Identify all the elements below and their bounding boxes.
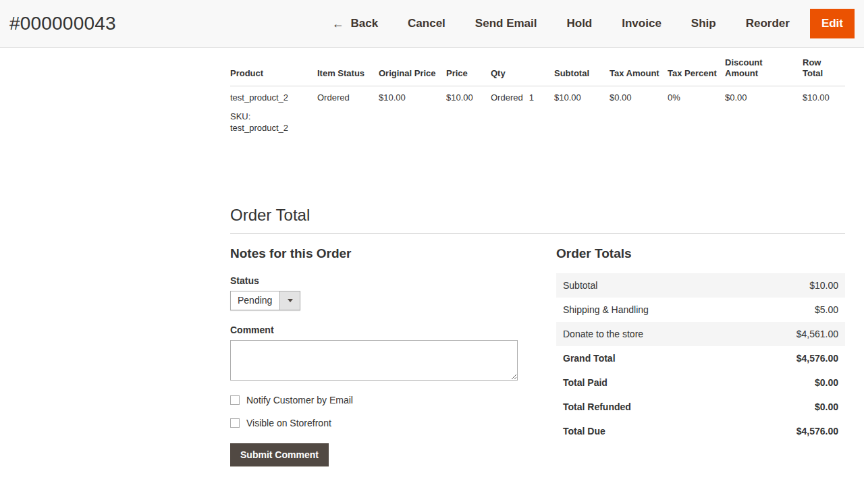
- item-subtotal-cell: $10.00: [554, 86, 610, 134]
- order-content: Product Item Status Original Price Price…: [0, 48, 864, 466]
- column-header-price: Price: [446, 57, 491, 86]
- order-totals-heading: Order Totals: [556, 246, 845, 261]
- column-header-product: Product: [230, 57, 317, 86]
- edit-button[interactable]: Edit: [810, 9, 855, 38]
- item-product-cell: test_product_2 SKU: test_product_2: [230, 86, 317, 134]
- totals-label: Donate to the store: [556, 322, 741, 346]
- totals-label: Total Due: [556, 419, 741, 443]
- order-totals-table: Subtotal $10.00 Shipping & Handling $5.0…: [556, 273, 845, 443]
- totals-label: Grand Total: [556, 346, 741, 370]
- totals-row-donate: Donate to the store $4,561.00: [556, 322, 845, 346]
- hold-button[interactable]: Hold: [566, 17, 592, 30]
- column-header-tax-percent: Tax Percent: [668, 57, 725, 86]
- totals-value: $10.00: [741, 273, 845, 298]
- column-header-row-total: Row Total: [803, 57, 845, 86]
- caret-down-icon: [288, 299, 293, 302]
- totals-label: Subtotal: [556, 273, 741, 298]
- totals-row-total-refunded: Total Refunded $0.00: [556, 395, 845, 419]
- column-header-discount-amount: Discount Amount: [725, 57, 803, 86]
- totals-row-total-due: Total Due $4,576.00: [556, 419, 845, 443]
- back-arrow-icon: ←: [331, 18, 344, 30]
- page-title: #000000043: [9, 13, 116, 34]
- order-items-table: Product Item Status Original Price Price…: [230, 57, 845, 134]
- order-notes-panel: Notes for this Order Status Pending Comm…: [230, 240, 518, 466]
- column-header-subtotal: Subtotal: [554, 57, 610, 86]
- item-tax-amount-cell: $0.00: [610, 86, 668, 134]
- invoice-button[interactable]: Invoice: [622, 17, 662, 30]
- notify-customer-checkbox[interactable]: [230, 395, 240, 405]
- visible-storefront-label[interactable]: Visible on Storefront: [246, 418, 331, 428]
- notify-customer-label[interactable]: Notify Customer by Email: [246, 395, 353, 405]
- totals-value: $4,576.00: [741, 419, 845, 443]
- item-status-cell: Ordered: [317, 86, 379, 134]
- order-total-heading: Order Total: [230, 206, 845, 234]
- reorder-button[interactable]: Reorder: [746, 17, 790, 30]
- product-name: test_product_2: [230, 92, 312, 104]
- item-tax-percent-cell: 0%: [668, 86, 725, 134]
- item-price-cell: $10.00: [446, 86, 491, 134]
- back-button[interactable]: ← Back: [331, 17, 378, 30]
- status-select-value: Pending: [231, 291, 279, 310]
- totals-value: $4,576.00: [741, 346, 845, 370]
- totals-label: Total Paid: [556, 370, 741, 395]
- item-row-total-cell: $10.00: [803, 86, 845, 134]
- cancel-button[interactable]: Cancel: [408, 17, 446, 30]
- order-page-header: #000000043 ← Back Cancel Send Email Hold…: [0, 0, 864, 48]
- status-label: Status: [230, 275, 518, 286]
- items-table-header-row: Product Item Status Original Price Price…: [230, 57, 845, 86]
- item-qty-cell: Ordered1: [491, 86, 554, 134]
- item-discount-cell: $0.00: [725, 86, 803, 134]
- submit-comment-button[interactable]: Submit Comment: [230, 443, 329, 466]
- column-header-original-price: Original Price: [379, 57, 446, 86]
- header-action-bar: ← Back Cancel Send Email Hold Invoice Sh…: [331, 9, 855, 38]
- column-header-qty: Qty: [491, 57, 554, 86]
- status-select-arrow-button[interactable]: [279, 291, 300, 310]
- totals-value: $5.00: [741, 298, 845, 322]
- back-button-label: Back: [350, 17, 378, 30]
- send-email-button[interactable]: Send Email: [475, 17, 537, 30]
- sku-label: SKU:: [230, 111, 312, 123]
- totals-value: $0.00: [741, 395, 845, 419]
- totals-label: Shipping & Handling: [556, 298, 741, 322]
- notify-customer-row: Notify Customer by Email: [230, 395, 518, 405]
- totals-row-grand-total: Grand Total $4,576.00: [556, 346, 845, 370]
- sku-value: test_product_2: [230, 123, 312, 134]
- totals-row-shipping: Shipping & Handling $5.00: [556, 298, 845, 322]
- column-header-tax-amount: Tax Amount: [610, 57, 668, 86]
- item-row: test_product_2 SKU: test_product_2 Order…: [230, 86, 845, 134]
- totals-value: $4,561.00: [741, 322, 845, 346]
- totals-value: $0.00: [741, 370, 845, 395]
- totals-row-total-paid: Total Paid $0.00: [556, 370, 845, 395]
- item-original-price-cell: $10.00: [379, 86, 446, 134]
- totals-label: Total Refunded: [556, 395, 741, 419]
- notes-heading: Notes for this Order: [230, 246, 518, 261]
- visible-storefront-checkbox[interactable]: [230, 418, 240, 428]
- comment-label: Comment: [230, 325, 518, 335]
- qty-value: 1: [529, 92, 534, 103]
- comment-input[interactable]: [230, 340, 518, 381]
- column-header-item-status: Item Status: [317, 57, 379, 86]
- status-select[interactable]: Pending: [230, 291, 300, 310]
- totals-row-subtotal: Subtotal $10.00: [556, 273, 845, 298]
- qty-status: Ordered: [491, 92, 523, 103]
- order-totals-panel: Order Totals Subtotal $10.00 Shipping & …: [556, 240, 845, 466]
- order-total-section: Order Total Notes for this Order Status …: [230, 206, 845, 466]
- visible-storefront-row: Visible on Storefront: [230, 418, 518, 428]
- ship-button[interactable]: Ship: [691, 17, 716, 30]
